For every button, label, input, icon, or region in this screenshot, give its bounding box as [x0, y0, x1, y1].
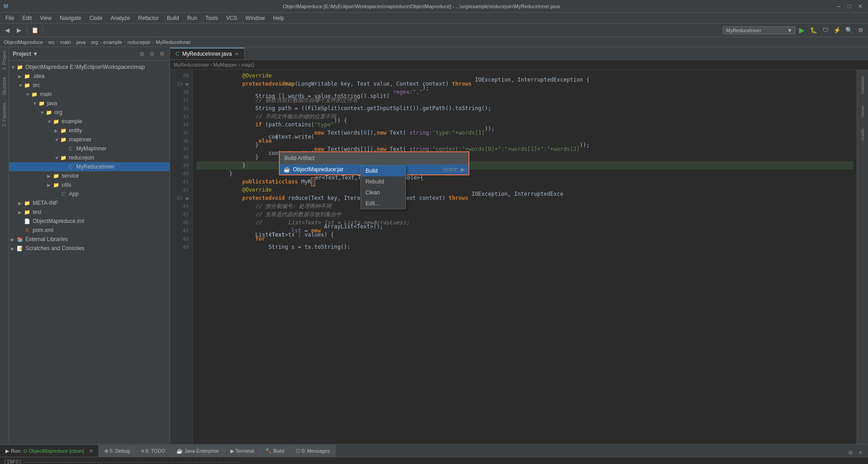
arrow-right-icon: ▶	[461, 166, 465, 173]
folder-icon: 📁	[53, 172, 60, 179]
tab-myreduceinner[interactable]: C MyReduceInner.java ✕	[170, 48, 244, 59]
close-run-icon[interactable]: ✕	[89, 448, 93, 454]
menu-vcs[interactable]: VCS	[223, 14, 241, 22]
menu-help[interactable]: Help	[269, 14, 288, 22]
tree-item-myreduceinner[interactable]: C MyReduceInner	[9, 162, 170, 171]
todo-tab[interactable]: ≡ 6: TODO	[136, 445, 171, 457]
collapse-all-icon[interactable]: ⊟	[148, 50, 156, 58]
tree-item-iml[interactable]: 📄 ObjectMapreduce.iml	[9, 217, 170, 226]
bottom-panel: ▶ Run: ⊙ ObjectMapreduce [clean] ✕ ⊕ 5: …	[0, 444, 868, 464]
tree-item-example[interactable]: ▼ 📁 example	[9, 117, 170, 126]
left-vtabs: 1: Project Structure 2: Favorites	[0, 47, 9, 444]
run-button[interactable]: ▶	[796, 25, 807, 36]
back-button[interactable]: ◀	[2, 25, 13, 36]
tree-item-org[interactable]: ▼ 📁 org	[9, 108, 170, 117]
project-header: Project ▼ ⊞ ⊟ ⚙	[9, 47, 170, 61]
gradle-icon[interactable]: Gradle	[858, 123, 867, 146]
folder-icon: 📁	[60, 136, 67, 143]
project-tree: ▼ 📁 ObjectMapreduce E:\MyEclipse\Workspa…	[9, 61, 170, 444]
action-edit[interactable]: Edit...	[361, 198, 405, 209]
folder-icon: 📁	[16, 63, 24, 71]
menu-analyze[interactable]: Analyze	[107, 14, 134, 22]
menu-edit[interactable]: Edit	[19, 14, 35, 22]
tree-item-test[interactable]: ▶ 📁 test	[9, 208, 170, 217]
menu-refactor[interactable]: Refactor	[135, 14, 162, 22]
settings-panel-icon[interactable]: ⚙	[846, 449, 854, 457]
menu-run[interactable]: Run	[184, 14, 201, 22]
database-icon[interactable]: Database	[858, 72, 867, 99]
java-enterprise-tab[interactable]: ☕ Java Enterprise	[171, 445, 224, 457]
tree-item-scratches[interactable]: ▶ 📝 Scratches and Consoles	[9, 244, 170, 253]
coverage-button[interactable]: 🛡	[820, 25, 831, 36]
tab-close-icon[interactable]: ✕	[234, 51, 239, 57]
menu-build[interactable]: Build	[163, 14, 183, 22]
tree-item-utils[interactable]: ▶ 📁 utils	[9, 180, 170, 189]
run-tab[interactable]: ▶ Run: ⊙ ObjectMapreduce [clean] ✕	[0, 445, 99, 457]
action-build[interactable]: Build	[361, 165, 405, 176]
close-panel-icon[interactable]: ✕	[856, 449, 864, 457]
tree-item-java[interactable]: ▼ 📁 java	[9, 99, 170, 108]
tree-item-metainf[interactable]: ▶ 📁 META-INF	[9, 198, 170, 208]
tree-item-app[interactable]: C App	[9, 189, 170, 198]
run-line-1: [INFO] ---------------------------------…	[4, 459, 864, 464]
search-button[interactable]: 🔍	[844, 25, 854, 36]
forward-button[interactable]: ▶	[14, 25, 24, 36]
right-sidebar: Database Maven Gradle	[857, 70, 868, 444]
tree-item-main[interactable]: ▼ 📁 main	[9, 90, 170, 99]
menu-code[interactable]: Code	[86, 14, 106, 22]
breadcrumb-item-src[interactable]: src	[49, 39, 55, 45]
breadcrumb-item-project[interactable]: ObjectMapreduce	[4, 39, 43, 45]
tree-item-idea[interactable]: ▶ 📁 .idea	[9, 72, 170, 81]
folder-icon: 📁	[24, 72, 31, 80]
breadcrumb: ObjectMapreduce › src › main › java › or…	[0, 37, 868, 47]
menu-window[interactable]: Window	[242, 14, 268, 22]
editor-breadcrumb-text: MyReduceInner › MyMapper › map()	[174, 62, 254, 68]
menu-file[interactable]: File	[2, 14, 18, 22]
breadcrumb-item-reducejoin[interactable]: reducejoin	[127, 39, 151, 45]
menu-navigate[interactable]: Navigate	[56, 14, 85, 22]
maven-icon[interactable]: Maven	[858, 100, 867, 122]
breadcrumb-item-java[interactable]: java	[76, 39, 85, 45]
breadcrumb-item-myreduceinner[interactable]: MyReduceInner	[156, 39, 191, 45]
settings-icon[interactable]: ⚙	[158, 50, 166, 58]
build-tab[interactable]: 🔨 Build	[260, 445, 290, 457]
tree-item-pom[interactable]: X pom.xml	[9, 226, 170, 235]
tree-item-mymapinner[interactable]: C MyMapInner	[9, 144, 170, 153]
breadcrumb-item-org[interactable]: org	[91, 39, 98, 45]
tree-item-mapinner[interactable]: ▼ 📁 mapinner	[9, 135, 170, 144]
tree-item-root[interactable]: ▼ 📁 ObjectMapreduce E:\MyEclipse\Workspa…	[9, 63, 170, 72]
tree-item-entity[interactable]: ▶ 📁 entity	[9, 126, 170, 135]
menu-tools[interactable]: Tools	[202, 14, 222, 22]
tree-item-reducejoin[interactable]: ▼ 📁 reducejoin	[9, 153, 170, 162]
breadcrumb-item-main[interactable]: main	[60, 39, 71, 45]
debug-tab[interactable]: ⊕ 5: Debug	[99, 445, 136, 457]
action-clean[interactable]: Clean	[361, 187, 405, 198]
folder-icon: 📁	[53, 181, 60, 188]
code-editor[interactable]: @Override protected void map(LongWritabl…	[193, 70, 857, 444]
minimize-button[interactable]: ─	[834, 3, 843, 10]
tree-item-src[interactable]: ▼ 📁 src	[9, 81, 170, 90]
folder-icon: 📁	[38, 100, 45, 107]
maximize-button[interactable]: □	[845, 3, 853, 10]
run-config-dropdown[interactable]: MyReduceInner ▼	[723, 26, 795, 34]
expand-all-icon[interactable]: ⊞	[138, 50, 146, 58]
recent-files-button[interactable]: 📋	[29, 25, 40, 36]
menubar: FileEditViewNavigateCodeAnalyzeRefactorB…	[0, 13, 868, 24]
vtab-structure[interactable]: Structure	[1, 73, 8, 99]
action-rebuild[interactable]: Rebuild	[361, 176, 405, 187]
settings-button[interactable]: ⚙	[855, 25, 866, 36]
build-artifact-header: Build Artifact	[280, 152, 468, 164]
action-label: Action	[443, 166, 458, 173]
messages-tab[interactable]: ☐ 0: Messages	[290, 445, 336, 457]
tree-item-service[interactable]: ▶ 📁 service	[9, 171, 170, 180]
debug-button[interactable]: 🐛	[808, 25, 819, 36]
close-button[interactable]: ✕	[856, 3, 864, 10]
vtab-2-favorites[interactable]: 2: Favorites	[1, 99, 8, 130]
vtab-1-project[interactable]: 1: Project	[1, 47, 8, 73]
editor-tabs: C MyReduceInner.java ✕	[170, 47, 868, 60]
tree-item-external[interactable]: ▶ 📚 External Libraries	[9, 235, 170, 244]
menu-view[interactable]: View	[36, 14, 55, 22]
terminal-tab[interactable]: ▶ Terminal	[225, 445, 260, 457]
profile-button[interactable]: ⚡	[832, 25, 843, 36]
breadcrumb-item-example[interactable]: example	[103, 39, 122, 45]
